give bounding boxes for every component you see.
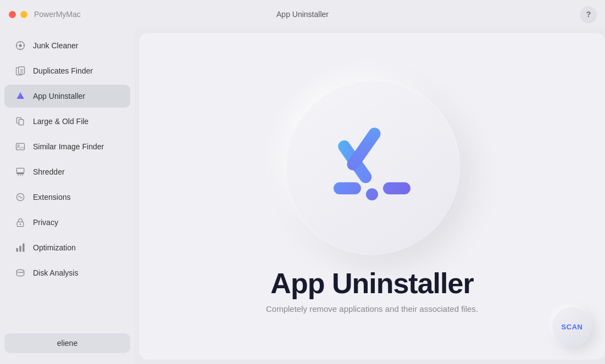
sidebar-label-app-uninstaller: App Uninstaller	[33, 92, 85, 100]
feature-subtitle: Completely remove applications and their…	[266, 304, 478, 313]
shredder-icon	[14, 166, 26, 178]
svg-rect-25	[23, 244, 24, 252]
app-name: PowerMyMac	[34, 10, 81, 19]
svg-point-26	[16, 270, 24, 272]
svg-rect-29	[383, 182, 410, 194]
text-section: App Uninstaller Completely remove applic…	[266, 268, 478, 313]
sidebar-item-shredder[interactable]: Shredder	[4, 160, 130, 183]
duplicates-finder-icon	[14, 65, 26, 77]
svg-line-19	[22, 174, 23, 176]
sidebar-label-duplicates-finder: Duplicates Finder	[33, 66, 93, 75]
sidebar-item-similar-image-finder[interactable]: Similar Image Finder	[4, 135, 130, 158]
similar-image-icon	[14, 141, 26, 153]
sidebar-item-disk-analysis[interactable]: Disk Analysis	[4, 261, 130, 284]
sidebar-item-app-uninstaller[interactable]: App Uninstaller	[4, 85, 130, 108]
svg-rect-15	[16, 168, 24, 172]
extensions-icon	[14, 191, 26, 203]
scan-button[interactable]: SCAN	[552, 307, 592, 346]
content-inner: App Uninstaller Completely remove applic…	[266, 79, 478, 313]
svg-point-22	[20, 223, 21, 225]
svg-line-17	[18, 174, 19, 176]
svg-point-32	[366, 188, 378, 200]
sidebar-label-disk-analysis: Disk Analysis	[33, 268, 78, 277]
sidebar-item-optimization[interactable]: Optimization	[4, 236, 130, 259]
privacy-icon	[14, 216, 26, 228]
window-title: App Uninstaller	[276, 10, 329, 19]
svg-rect-28	[334, 182, 361, 194]
sidebar-item-extensions[interactable]: Extensions	[4, 186, 130, 209]
feature-icon-circle	[284, 79, 460, 255]
disk-analysis-icon	[14, 267, 26, 279]
svg-point-1	[19, 44, 22, 47]
sidebar: Junk Cleaner Duplicates Finder	[0, 29, 135, 364]
sidebar-item-duplicates-finder[interactable]: Duplicates Finder	[4, 59, 130, 82]
sidebar-footer: eliene	[0, 327, 135, 360]
help-button[interactable]: ?	[581, 7, 596, 22]
svg-rect-13	[16, 143, 25, 150]
junk-cleaner-icon	[14, 40, 26, 52]
app-uninstaller-graphic	[328, 123, 416, 211]
optimization-icon	[14, 242, 26, 254]
svg-rect-24	[19, 246, 21, 252]
sidebar-label-extensions: Extensions	[33, 193, 70, 201]
sidebar-label-privacy: Privacy	[33, 218, 58, 227]
title-bar: PowerMyMac App Uninstaller ?	[0, 0, 605, 29]
sidebar-label-optimization: Optimization	[33, 243, 76, 252]
content-area: App Uninstaller Completely remove applic…	[139, 33, 605, 360]
traffic-lights: PowerMyMac	[9, 10, 81, 19]
svg-rect-16	[16, 173, 24, 175]
sidebar-item-large-old-file[interactable]: Large & Old File	[4, 110, 130, 133]
sidebar-item-privacy[interactable]: Privacy	[4, 211, 130, 234]
sidebar-item-junk-cleaner[interactable]: Junk Cleaner	[4, 34, 130, 57]
svg-rect-12	[19, 120, 24, 125]
sidebar-label-large-old-file: Large & Old File	[33, 117, 88, 126]
minimize-button[interactable]	[20, 11, 27, 18]
sidebar-label-similar-image-finder: Similar Image Finder	[33, 142, 104, 151]
sidebar-label-junk-cleaner: Junk Cleaner	[33, 41, 79, 50]
large-file-icon	[14, 115, 26, 127]
sidebar-label-shredder: Shredder	[33, 167, 65, 176]
svg-rect-23	[16, 248, 18, 252]
main-layout: Junk Cleaner Duplicates Finder	[0, 29, 605, 364]
user-button[interactable]: eliene	[4, 333, 130, 353]
app-uninstaller-icon	[14, 90, 26, 102]
svg-rect-7	[19, 67, 25, 74]
close-button[interactable]	[9, 11, 16, 18]
feature-title: App Uninstaller	[266, 268, 478, 299]
